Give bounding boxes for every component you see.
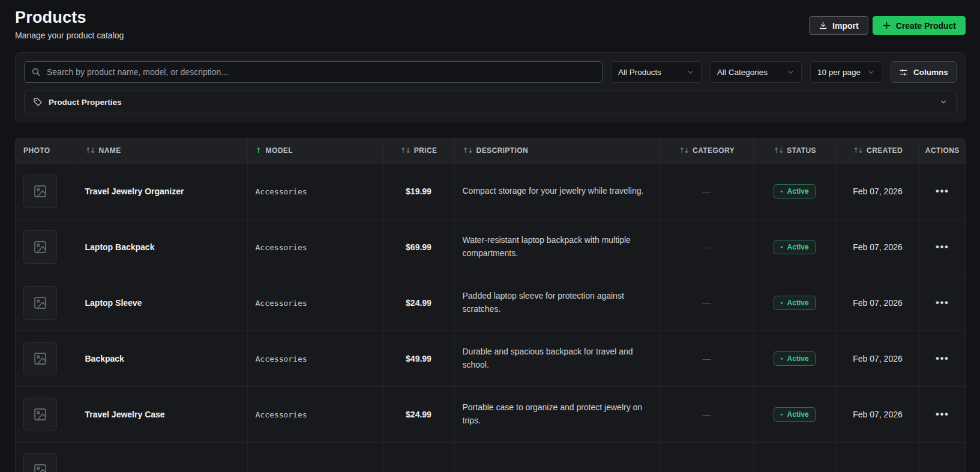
product-category: — bbox=[703, 242, 711, 252]
product-price: $19.99 bbox=[406, 187, 431, 196]
status-label: Active bbox=[787, 187, 809, 196]
column-label: Description bbox=[476, 146, 528, 155]
row-actions-button[interactable]: ••• bbox=[936, 186, 949, 196]
status-dot-icon: ● bbox=[780, 412, 783, 416]
product-category: — bbox=[703, 298, 711, 308]
status-badge: ● Active bbox=[774, 296, 815, 310]
product-model: Accessories bbox=[256, 187, 307, 196]
page-size-value: 10 per page bbox=[817, 68, 861, 77]
categories-filter-value: All Categories bbox=[717, 68, 768, 77]
sort-ascending-icon: ↑ bbox=[256, 146, 262, 155]
photo-placeholder bbox=[23, 175, 57, 208]
product-name: Laptop Backpack bbox=[85, 242, 155, 252]
products-filter-dropdown[interactable]: All Products bbox=[611, 61, 702, 83]
table-row: Laptop Sleeve Accessories $24.99 Padded … bbox=[16, 275, 965, 330]
sort-icon: ↑↓ bbox=[773, 146, 783, 155]
column-header-model[interactable]: ↑Model bbox=[247, 139, 383, 163]
sliders-icon bbox=[899, 68, 908, 77]
column-header-category[interactable]: ↑↓Category bbox=[660, 139, 753, 163]
product-created-date: Feb 07, 2026 bbox=[853, 242, 903, 252]
import-button-label: Import bbox=[832, 21, 859, 31]
column-label: Name bbox=[99, 146, 121, 155]
chevron-down-icon bbox=[939, 98, 948, 106]
status-label: Active bbox=[787, 299, 809, 307]
download-icon bbox=[819, 21, 828, 30]
products-table: Photo↑↓Name↑Model↑↓Price↑↓Description↑↓C… bbox=[15, 138, 966, 472]
chevron-down-icon bbox=[867, 68, 875, 76]
product-price: $69.99 bbox=[406, 242, 431, 252]
product-description: Padded laptop sleeve for protection agai… bbox=[463, 287, 652, 318]
page-title: Products bbox=[15, 8, 124, 27]
page-subtitle: Manage your product catalog bbox=[15, 31, 124, 40]
page-size-dropdown[interactable]: 10 per page bbox=[810, 61, 882, 83]
product-price: $24.99 bbox=[406, 298, 431, 308]
table-body: Travel Jewelry Organizer Accessories $19… bbox=[16, 163, 965, 472]
column-header-name[interactable]: ↑↓Name bbox=[77, 139, 247, 163]
column-header-created[interactable]: ↑↓Created bbox=[836, 139, 919, 163]
import-button[interactable]: Import bbox=[809, 16, 868, 35]
row-actions-button[interactable]: ••• bbox=[936, 409, 949, 419]
column-label: Created bbox=[867, 146, 903, 155]
filter-panel: All Products All Categories 10 per page … bbox=[15, 52, 966, 122]
column-label: Actions bbox=[925, 146, 960, 155]
table-header-row: Photo↑↓Name↑Model↑↓Price↑↓Description↑↓C… bbox=[16, 139, 965, 163]
status-dot-icon: ● bbox=[780, 300, 783, 305]
photo-placeholder bbox=[23, 342, 57, 375]
image-icon bbox=[33, 463, 47, 472]
product-name: Travel Jewelry Case bbox=[85, 410, 165, 419]
table-row: Travel Jewelry Organizer Accessories $19… bbox=[16, 163, 965, 219]
chevron-down-icon bbox=[787, 68, 795, 76]
columns-button-label: Columns bbox=[913, 68, 948, 77]
status-label: Active bbox=[787, 243, 809, 251]
create-product-label: Create Product bbox=[896, 21, 956, 31]
product-category: — bbox=[703, 410, 711, 419]
table-row: Backpack Accessories $49.99 Durable and … bbox=[16, 330, 965, 386]
product-price: $24.99 bbox=[406, 410, 431, 419]
product-properties-label: Product Properties bbox=[49, 98, 122, 107]
table-row-partial bbox=[16, 442, 965, 472]
status-label: Active bbox=[787, 410, 809, 419]
status-dot-icon: ● bbox=[780, 245, 783, 249]
product-description: Water-resistant laptop backpack with mul… bbox=[463, 232, 652, 262]
chevron-down-icon bbox=[687, 68, 694, 76]
column-label: Model bbox=[266, 146, 293, 155]
title-block: Products Manage your product catalog bbox=[15, 8, 124, 40]
column-header-description[interactable]: ↑↓Description bbox=[454, 139, 660, 163]
product-created-date: Feb 07, 2026 bbox=[853, 187, 903, 196]
product-created-date: Feb 07, 2026 bbox=[853, 410, 903, 419]
toolbar-actions: Import Create Product bbox=[809, 16, 966, 35]
tag-icon bbox=[33, 97, 43, 107]
column-label: Photo bbox=[23, 146, 50, 155]
column-header-price[interactable]: ↑↓Price bbox=[383, 139, 454, 163]
sort-icon: ↑↓ bbox=[463, 146, 472, 155]
column-header-status[interactable]: ↑↓Status bbox=[753, 139, 836, 163]
product-properties-toggle[interactable]: Product Properties bbox=[24, 91, 957, 113]
filter-row: All Products All Categories 10 per page … bbox=[24, 61, 957, 83]
image-icon bbox=[33, 351, 47, 366]
column-label: Status bbox=[787, 146, 816, 155]
row-actions-button[interactable]: ••• bbox=[936, 242, 949, 252]
column-header-actions: Actions bbox=[919, 139, 965, 163]
page-header: Products Manage your product catalog Imp… bbox=[0, 0, 980, 40]
status-badge: ● Active bbox=[774, 184, 815, 199]
status-dot-icon: ● bbox=[780, 356, 783, 360]
status-badge: ● Active bbox=[774, 351, 815, 366]
column-label: Price bbox=[414, 146, 437, 155]
search-input[interactable] bbox=[24, 61, 603, 83]
product-description: Durable and spacious backpack for travel… bbox=[463, 343, 652, 374]
row-actions-button[interactable]: ••• bbox=[936, 353, 949, 363]
table-row: Laptop Backpack Accessories $69.99 Water… bbox=[16, 219, 965, 275]
create-product-button[interactable]: Create Product bbox=[873, 16, 966, 35]
categories-filter-dropdown[interactable]: All Categories bbox=[710, 61, 802, 83]
status-badge: ● Active bbox=[774, 240, 815, 254]
product-created-date: Feb 07, 2026 bbox=[853, 354, 903, 363]
row-actions-button[interactable]: ••• bbox=[936, 297, 949, 308]
image-icon bbox=[33, 296, 47, 310]
column-label: Category bbox=[693, 146, 735, 155]
product-price: $49.99 bbox=[406, 354, 431, 363]
photo-placeholder bbox=[23, 453, 57, 472]
columns-button[interactable]: Columns bbox=[891, 61, 957, 83]
products-filter-value: All Products bbox=[618, 68, 661, 77]
sort-icon: ↑↓ bbox=[85, 146, 95, 155]
product-model: Accessories bbox=[256, 243, 307, 252]
